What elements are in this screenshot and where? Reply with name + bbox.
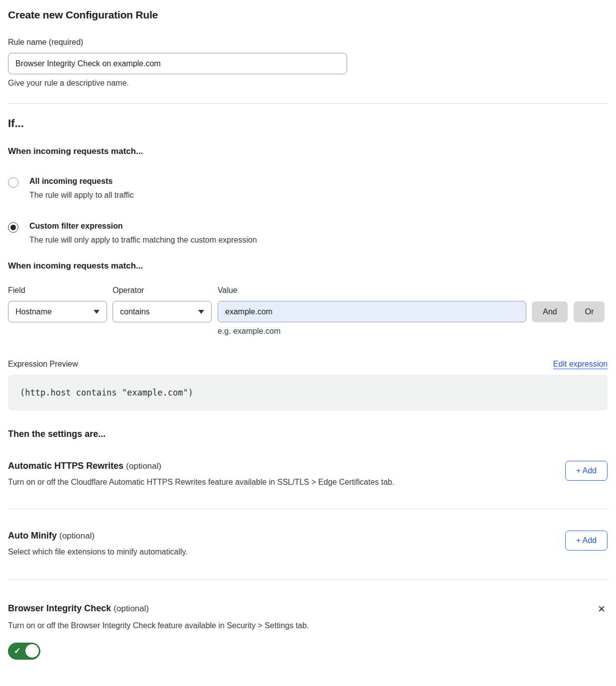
divider	[8, 103, 608, 104]
field-select[interactable]: Hostname	[8, 301, 107, 322]
radio-option-custom-filter[interactable]: Custom filter expression The rule will o…	[8, 222, 608, 245]
chevron-down-icon	[198, 310, 204, 314]
or-button[interactable]: Or	[574, 301, 605, 322]
setting-description: Turn on or off the Cloudflare Automatic …	[8, 478, 394, 487]
radio-description: The rule will apply to all traffic	[29, 191, 134, 200]
check-icon: ✓	[14, 646, 20, 656]
setting-browser-integrity-check: Browser Integrity Check (optional) ✕ Tur…	[8, 603, 608, 662]
setting-optional-tag: (optional)	[59, 531, 95, 541]
radio-button-selected[interactable]	[8, 222, 18, 233]
radio-button-unselected[interactable]	[8, 177, 18, 188]
setting-title-text: Auto Minify	[8, 531, 57, 541]
expression-preview-code: (http.host contains "example.com")	[8, 375, 608, 411]
radio-label[interactable]: All incoming requests	[29, 177, 134, 186]
field-select-value: Hostname	[15, 307, 52, 316]
if-heading: If...	[8, 117, 608, 130]
add-automatic-https-rewrites-button[interactable]: + Add	[565, 461, 608, 481]
and-button[interactable]: And	[532, 301, 568, 322]
divider	[8, 509, 608, 509]
setting-title-text: Browser Integrity Check	[8, 603, 111, 613]
value-label: Value	[218, 286, 526, 295]
rule-name-input[interactable]	[8, 53, 347, 74]
rule-name-helper: Give your rule a descriptive name.	[8, 79, 608, 88]
then-settings-heading: Then the settings are...	[8, 429, 608, 439]
field-label: Field	[8, 286, 113, 295]
add-auto-minify-button[interactable]: + Add	[565, 531, 608, 550]
operator-select[interactable]: contains	[113, 301, 212, 322]
close-icon[interactable]: ✕	[596, 603, 608, 615]
match-heading: When incoming requests match...	[8, 146, 608, 156]
radio-description: The rule will only apply to traffic matc…	[29, 236, 257, 245]
setting-title: Automatic HTTPS Rewrites (optional)	[8, 461, 394, 471]
radio-option-all-requests[interactable]: All incoming requests The rule will appl…	[8, 177, 608, 200]
setting-automatic-https-rewrites: Automatic HTTPS Rewrites (optional) Turn…	[8, 461, 608, 487]
setting-optional-tag: (optional)	[114, 604, 149, 613]
setting-title: Browser Integrity Check (optional)	[8, 603, 149, 614]
value-helper: e.g. example.com	[218, 327, 608, 336]
edit-expression-link[interactable]: Edit expression	[553, 360, 608, 369]
setting-title: Auto Minify (optional)	[8, 531, 188, 541]
browser-integrity-check-toggle[interactable]: ✓	[8, 643, 40, 660]
setting-optional-tag: (optional)	[126, 461, 161, 471]
operator-select-value: contains	[120, 307, 150, 316]
setting-title-text: Automatic HTTPS Rewrites	[8, 461, 123, 471]
chevron-down-icon	[94, 310, 100, 314]
expression-preview-label: Expression Preview	[8, 360, 78, 369]
expression-builder-heading: When incoming requests match...	[8, 261, 608, 271]
builder-column-labels: Field Operator Value	[8, 286, 608, 295]
expression-builder-row: Hostname contains And Or	[8, 301, 608, 322]
setting-auto-minify: Auto Minify (optional) Select which file…	[8, 531, 608, 556]
radio-label[interactable]: Custom filter expression	[29, 222, 257, 231]
setting-description: Select which file extensions to minify a…	[8, 548, 188, 556]
expression-preview-header: Expression Preview Edit expression	[8, 360, 608, 369]
value-input[interactable]	[218, 301, 526, 322]
toggle-knob[interactable]	[25, 644, 39, 658]
setting-description: Turn on or off the Browser Integrity Che…	[8, 621, 608, 630]
rule-name-label: Rule name (required)	[8, 38, 608, 47]
create-configuration-rule-form: Create new Configuration Rule Rule name …	[0, 0, 616, 677]
divider	[8, 579, 608, 579]
operator-label: Operator	[113, 286, 218, 295]
page-title: Create new Configuration Rule	[8, 9, 608, 21]
